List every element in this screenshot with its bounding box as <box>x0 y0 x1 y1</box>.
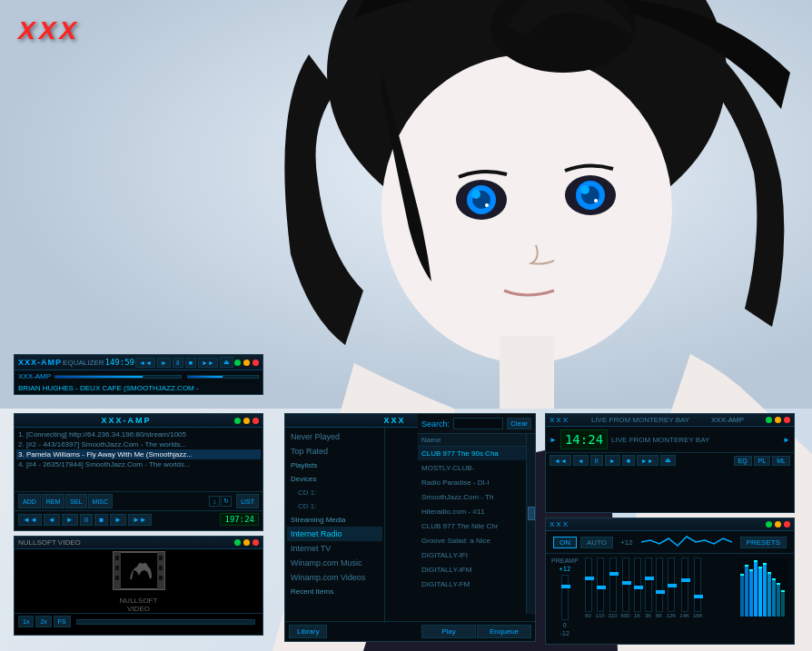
search-result-item[interactable]: SmoothJazz.Com - Th <box>418 490 535 505</box>
vid-close-btn[interactable] <box>253 539 259 546</box>
sidebar-item-streaming[interactable]: Streaming Media <box>287 513 382 527</box>
eq-slider-110[interactable] <box>597 557 604 612</box>
mp-btn-1[interactable]: ◄◄ <box>550 455 571 466</box>
vid-maximize-btn[interactable] <box>243 539 250 546</box>
ml-library-btn[interactable]: Library <box>289 625 327 638</box>
mp-pl-btn[interactable]: PL <box>754 456 771 466</box>
pl-play-btn[interactable]: ► <box>62 514 78 526</box>
search-play-btn[interactable]: Play <box>421 625 476 638</box>
search-result-item[interactable]: MOSTLY-CLUB- <box>418 461 535 476</box>
pl-sel-btn[interactable]: SEL <box>65 494 86 508</box>
mp-close-btn[interactable] <box>784 417 790 423</box>
eq-thumb-600 <box>622 581 631 585</box>
eq-slider-1k[interactable] <box>634 557 641 612</box>
vid-minimize-btn[interactable] <box>234 539 241 546</box>
balance-slider[interactable] <box>187 375 260 379</box>
vid-size-2x-btn[interactable]: 2x <box>35 616 51 627</box>
list-item[interactable]: 3. Pamela Williams - Fly Away With Me (S… <box>16 449 261 459</box>
eq-slider-3k[interactable] <box>645 557 652 612</box>
vid-fullscreen-btn[interactable]: FS <box>54 616 71 627</box>
pl-close-btn[interactable] <box>253 418 259 424</box>
sidebar-item-devices[interactable]: Devices <box>287 472 382 486</box>
sidebar-item-internet-tv[interactable]: Internet TV <box>287 541 382 556</box>
ml-sidebar: Never Played Top Rated Playlists Devices… <box>285 428 385 623</box>
mp-minimize-btn[interactable] <box>766 417 772 423</box>
search-result-item[interactable]: Groove Salad: a Nice <box>418 534 535 548</box>
pl-rem-btn[interactable]: REM <box>42 494 65 508</box>
player-eject-btn[interactable]: ⏏ <box>220 357 233 368</box>
playlist-window-controls <box>234 418 259 424</box>
list-item[interactable]: 2. [#2 - 443/16397] SmoothJazz.Com - The… <box>16 439 261 449</box>
sidebar-item-winamp-music[interactable]: Winamp.com Music <box>287 556 382 570</box>
sidebar-item-top-rated[interactable]: Top Rated <box>287 444 382 459</box>
eq-maximize-btn[interactable] <box>775 521 781 528</box>
eq-slider-14k[interactable] <box>681 557 688 612</box>
search-result-item[interactable]: CLUB 977 The Nite Chr <box>418 519 535 534</box>
search-result-item[interactable]: DIGITALLY-IFM <box>418 563 535 577</box>
mp-btn-7[interactable]: ⏏ <box>660 455 676 466</box>
mp-btn-3[interactable]: II <box>590 455 603 466</box>
eq-slider-310[interactable] <box>609 557 617 612</box>
mp-btn-6[interactable]: ►► <box>637 455 659 466</box>
pl-stop-btn[interactable]: ■ <box>94 514 108 526</box>
pl-maximize-btn[interactable] <box>243 418 250 424</box>
search-result-item[interactable]: CLUB 977 The 90s Cha <box>418 447 535 461</box>
mp-ml-btn[interactable]: ML <box>772 456 790 466</box>
pl-misc-btn[interactable]: MISC <box>88 494 114 508</box>
search-scrollbar[interactable] <box>526 434 535 614</box>
pl-next-btn[interactable]: ►► <box>128 514 152 526</box>
list-item[interactable]: 4. [#4 - 2635/17844] SmoothJazz.Com - Th… <box>16 459 261 469</box>
video-progress-bar[interactable] <box>76 619 255 625</box>
svg-rect-39 <box>758 567 762 568</box>
eq-slider-16k[interactable] <box>694 557 701 612</box>
sidebar-item-recent[interactable]: Recent Items <box>287 585 382 598</box>
eq-preamp-zero: 0 <box>563 622 567 628</box>
mp-eq-btn[interactable]: EQ <box>734 456 752 466</box>
pl-pause-btn[interactable]: II <box>80 514 93 526</box>
mp-btn-5[interactable]: ■ <box>622 455 635 466</box>
mp-btn-4[interactable]: ► <box>605 455 620 466</box>
eq-slider-60[interactable] <box>585 557 592 612</box>
minimize-btn[interactable] <box>234 360 241 366</box>
list-item[interactable]: 1. [Connecting] http://64.236.34.196:80/… <box>16 429 261 439</box>
sidebar-item-winamp-videos[interactable]: Winamp.com Videos <box>287 570 382 585</box>
player-prev-btn[interactable]: ◄◄ <box>135 358 155 368</box>
clear-btn[interactable]: Clear <box>507 418 531 429</box>
close-btn[interactable] <box>253 360 259 366</box>
eq-slider-600[interactable] <box>622 557 629 612</box>
pl-list-btn[interactable]: LIST <box>236 494 259 508</box>
player-play-btn[interactable]: ► <box>157 358 171 368</box>
vid-size-1x-btn[interactable]: 1x <box>18 616 34 627</box>
pl-fwd-btn[interactable]: ► <box>110 514 126 526</box>
mp-maximize-btn[interactable] <box>775 417 781 423</box>
search-input[interactable] <box>453 418 503 429</box>
player-next-btn[interactable]: ►► <box>198 358 218 368</box>
eq-slider-6k[interactable] <box>656 557 663 612</box>
player-pause-btn[interactable]: II <box>173 358 183 368</box>
sidebar-item-playlists[interactable]: Playlists <box>287 459 382 472</box>
search-enqueue-btn[interactable]: Enqueue <box>477 625 531 638</box>
eq-close-btn[interactable] <box>784 521 790 528</box>
preamp-slider[interactable] <box>561 575 569 620</box>
search-result-item[interactable]: DIGITALLY-FM <box>418 577 535 592</box>
sidebar-item-cd2[interactable]: CD 1: <box>287 499 382 513</box>
eq-auto-btn[interactable]: AUTO <box>580 537 613 548</box>
eq-slider-12k[interactable] <box>668 557 675 612</box>
sidebar-item-internet-radio[interactable]: Internet Radio <box>287 527 382 541</box>
pl-rew-btn[interactable]: ◄ <box>44 514 60 526</box>
volume-slider[interactable] <box>54 375 181 379</box>
mp-btn-2[interactable]: ◄ <box>573 455 589 466</box>
eq-on-btn[interactable]: ON <box>553 537 577 548</box>
sidebar-item-never-played[interactable]: Never Played <box>287 429 382 444</box>
eq-presets-btn[interactable]: PRESETS <box>740 537 787 548</box>
pl-minimize-btn[interactable] <box>234 418 241 424</box>
sidebar-item-cd1[interactable]: CD 1: <box>287 486 382 499</box>
eq-minimize-btn[interactable] <box>766 521 772 528</box>
pl-add-btn[interactable]: ADD <box>18 494 41 508</box>
search-result-item[interactable]: Radio Paradise - DI-I <box>418 476 535 490</box>
maximize-btn[interactable] <box>243 360 250 366</box>
search-result-item[interactable]: DIGITALLY-IFI <box>418 548 535 563</box>
search-result-item[interactable]: Hiteradio.com - #11 <box>418 505 535 519</box>
pl-prev-btn[interactable]: ◄◄ <box>18 514 42 526</box>
player-stop-btn[interactable]: ■ <box>185 358 196 368</box>
